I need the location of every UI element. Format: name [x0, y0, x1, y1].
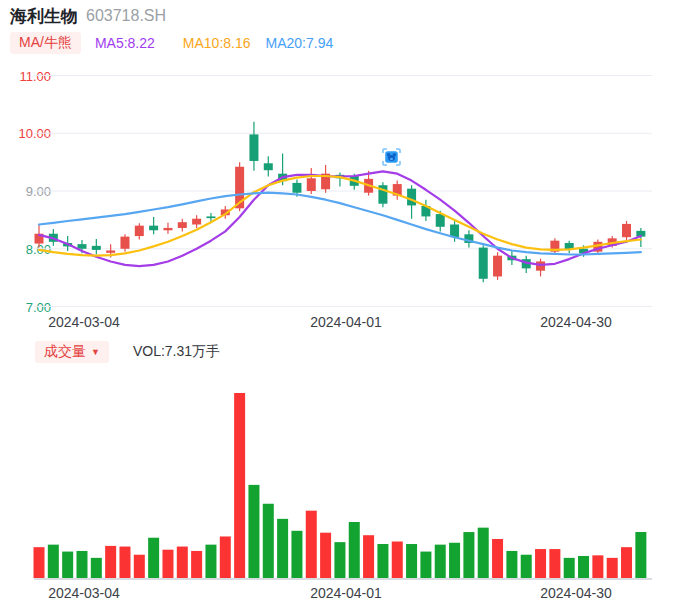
candle-body: [149, 226, 158, 231]
bear-badge-marker-icon[interactable]: [382, 148, 401, 166]
volume-bar: [191, 551, 202, 578]
candle-body: [493, 256, 502, 277]
volume-bar: [234, 393, 245, 578]
volume-bar: [607, 558, 618, 578]
volume-bar: [506, 551, 517, 578]
volume-bar: [62, 552, 73, 578]
ma-indicator-selector[interactable]: MA/牛熊: [10, 32, 81, 54]
volume-bar: [148, 538, 159, 578]
candle-body: [163, 228, 172, 230]
candle-body: [77, 244, 86, 249]
volume-bar: [392, 542, 403, 578]
volume-bar: [635, 532, 646, 578]
candle-body: [249, 134, 258, 161]
volume-bar: [263, 504, 274, 578]
volume-bar: [564, 558, 575, 578]
volume-bar: [592, 555, 603, 578]
volume-bar: [334, 542, 345, 578]
volume-bar: [435, 545, 446, 578]
volume-bar: [549, 549, 560, 578]
candle-body: [106, 250, 115, 252]
volume-bar: [134, 555, 145, 578]
candlestick-volume-chart[interactable]: [0, 0, 686, 606]
volume-bar: [535, 549, 546, 578]
ma20-legend-label: MA20:7.94: [266, 35, 334, 51]
volume-bar: [492, 539, 503, 578]
volume-bar: [48, 545, 59, 578]
volume-indicator-selector[interactable]: 成交量 ▼: [35, 341, 109, 363]
volume-bar: [291, 531, 302, 578]
candle-body: [407, 189, 416, 206]
stock-chart-page: 海利生物 603718.SH MA/牛熊 MA5:8.22 MA10:8.16 …: [0, 0, 686, 606]
volume-bar: [277, 519, 288, 578]
candle-body: [135, 226, 144, 236]
volume-legend: 成交量 ▼ VOL:7.31万手: [35, 340, 220, 364]
candle-body: [192, 219, 201, 225]
date-tick-label: 2024-04-01: [310, 585, 382, 601]
volume-value-label: VOL:7.31万手: [133, 343, 220, 361]
candle-body: [436, 214, 445, 227]
candle-body: [622, 224, 631, 237]
ma10-legend-label: MA10:8.16: [183, 35, 251, 51]
ma-legend: MA/牛熊 MA5:8.22 MA10:8.16 MA20:7.94: [10, 31, 333, 55]
volume-bar: [220, 536, 231, 578]
volume-bar: [363, 535, 374, 578]
volume-bar: [349, 522, 360, 578]
volume-bar: [119, 547, 130, 578]
volume-bar: [76, 551, 87, 578]
volume-bar: [306, 511, 317, 578]
candle-body: [264, 163, 273, 170]
volume-bar: [248, 485, 259, 578]
volume-bar: [521, 555, 532, 578]
candle-body: [178, 222, 187, 228]
volume-bar: [320, 533, 331, 578]
volume-bar: [449, 543, 460, 578]
volume-bar: [205, 545, 216, 578]
candle-body: [92, 246, 101, 250]
volume-bar: [621, 547, 632, 578]
candle-body: [307, 178, 316, 191]
volume-bar: [105, 546, 116, 578]
volume-bar: [177, 547, 188, 578]
stock-name: 海利生物: [10, 5, 78, 28]
volume-bar: [463, 532, 474, 578]
volume-indicator-label: 成交量: [44, 343, 86, 361]
date-tick-label: 2024-04-01: [310, 314, 382, 330]
header: 海利生物 603718.SH: [10, 4, 166, 28]
candle-body: [479, 248, 488, 279]
ma-indicator-label: MA/牛熊: [19, 34, 72, 52]
stock-code: 603718.SH: [86, 7, 166, 25]
chevron-down-icon: ▼: [91, 347, 100, 357]
date-tick-label: 2024-03-04: [48, 314, 120, 330]
date-tick-label: 2024-04-30: [540, 585, 612, 601]
volume-bar: [578, 556, 589, 578]
candle-body: [120, 237, 129, 249]
volume-bar: [91, 558, 102, 578]
ma5-legend-label: MA5:8.22: [95, 35, 155, 51]
volume-bar: [34, 547, 45, 578]
candle-body: [292, 183, 301, 193]
volume-bar: [406, 544, 417, 578]
date-tick-label: 2024-04-30: [540, 314, 612, 330]
volume-bar: [478, 528, 489, 578]
candle-body: [536, 261, 545, 270]
volume-bar: [377, 544, 388, 578]
volume-bar: [162, 550, 173, 578]
volume-bar: [420, 552, 431, 578]
date-tick-label: 2024-03-04: [48, 585, 120, 601]
candle-body: [206, 216, 215, 218]
